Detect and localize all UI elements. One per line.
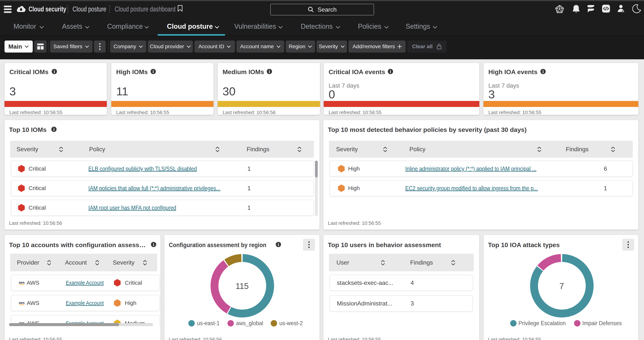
svg-text:aws: aws (19, 301, 24, 304)
svg-text:aws: aws (19, 281, 24, 284)
